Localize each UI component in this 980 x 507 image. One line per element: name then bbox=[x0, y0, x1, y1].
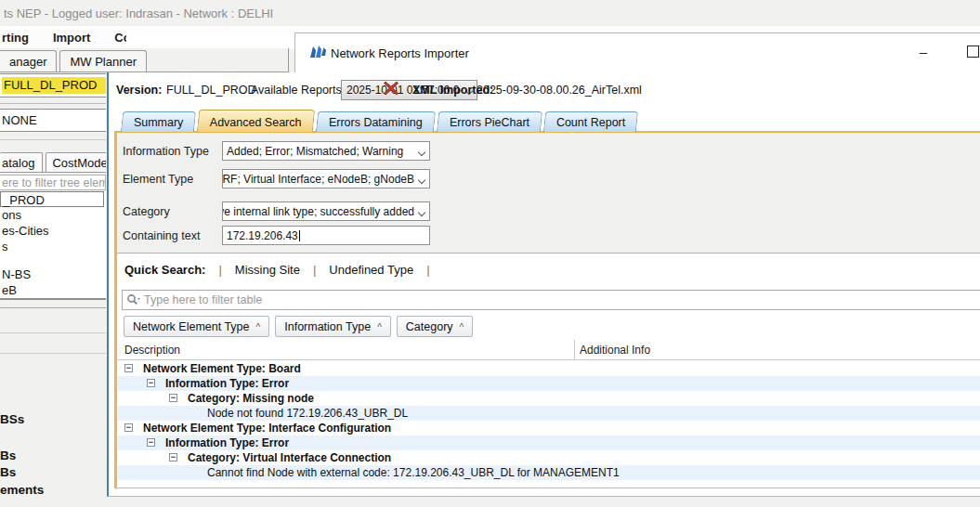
chip-label: Category bbox=[406, 320, 453, 333]
sort-asc-icon: ^ bbox=[256, 322, 261, 332]
table-row[interactable]: −Information Type: Error bbox=[117, 436, 980, 450]
tab-errors-datamining[interactable]: Errors Datamining bbox=[316, 111, 436, 132]
table-row[interactable]: −Category: Missing node bbox=[117, 391, 980, 406]
left-label-bs-1: Bs bbox=[0, 448, 16, 462]
advanced-search-panel: Information Type Added; Error; Mismatche… bbox=[114, 131, 980, 488]
menu-item-import[interactable]: Import bbox=[53, 31, 90, 45]
menu-overlap-cover bbox=[126, 32, 295, 49]
xml-imported-value: 2025-09-30-08.00.26_AirTel.xml bbox=[477, 84, 642, 97]
collapse-icon[interactable]: − bbox=[169, 394, 177, 402]
tab-summary[interactable]: Summary bbox=[121, 111, 197, 132]
column-divider[interactable] bbox=[574, 340, 575, 360]
information-type-label: Information Type bbox=[123, 145, 209, 158]
collapse-icon[interactable]: − bbox=[169, 453, 177, 462]
row-text: Category: Missing node bbox=[188, 391, 314, 406]
row-text: Information Type: Error bbox=[165, 376, 289, 391]
row-text: Network Element Type: Board bbox=[143, 361, 301, 376]
table-row[interactable]: Cannot find Node with external code: 172… bbox=[117, 465, 980, 480]
tree-item-s[interactable]: s bbox=[0, 239, 106, 254]
text-cursor bbox=[299, 230, 300, 241]
separator: | bbox=[313, 263, 316, 277]
version-value: FULL_DL_PROD bbox=[166, 84, 256, 97]
tab-label: Summary bbox=[134, 116, 183, 129]
divider bbox=[0, 332, 106, 333]
table-row[interactable]: Node not found 172.19.206.43_UBR_DL bbox=[117, 406, 980, 421]
tree-item-eb[interactable]: eB bbox=[0, 282, 106, 298]
tree-item-n-bs[interactable]: N-BS bbox=[0, 266, 106, 282]
delete-report-icon[interactable] bbox=[383, 80, 399, 97]
tab-count-report[interactable]: Count Report bbox=[543, 111, 639, 132]
menu-item-rting[interactable]: rting bbox=[2, 31, 29, 45]
group-chip-category[interactable]: Category^ bbox=[397, 316, 473, 337]
results-table: −Network Element Type: Board−Information… bbox=[117, 361, 980, 480]
row-text: Category: Virtual Interface Connection bbox=[188, 450, 391, 465]
status-bar-text: ts NEP - Logged user: Indrasan - Network… bbox=[4, 6, 273, 20]
left-panel-field-top[interactable]: FULL_DL_PROD bbox=[0, 73, 106, 98]
table-row[interactable]: −Category: Virtual Interface Connection bbox=[117, 450, 980, 465]
table-row[interactable]: −Network Element Type: Board bbox=[117, 361, 980, 376]
table-row[interactable]: −Network Element Type: Interface Configu… bbox=[117, 421, 980, 436]
tab-advanced-search[interactable]: Advanced Search bbox=[197, 110, 315, 132]
tab-label: Advanced Search bbox=[210, 116, 302, 129]
tree-item-prod[interactable]: _PROD bbox=[0, 191, 104, 207]
application-window: ts NEP - Logged user: Indrasan - Network… bbox=[0, 0, 980, 507]
left-tab-costmodel[interactable]: CostModel bbox=[46, 152, 106, 172]
app-tab-anager[interactable]: anager bbox=[0, 50, 57, 72]
tree-filter-input[interactable]: ere to filter tree elemen bbox=[0, 175, 106, 190]
search-icon bbox=[126, 293, 140, 306]
left-panel-field-second[interactable]: NONE bbox=[0, 109, 106, 132]
table-header: Description Additional Info bbox=[117, 340, 980, 360]
chevron-down-icon bbox=[418, 176, 425, 184]
divider bbox=[0, 353, 106, 354]
row-text: Information Type: Error bbox=[165, 436, 289, 450]
separator: | bbox=[218, 263, 221, 277]
column-additional-info[interactable]: Additional Info bbox=[580, 344, 650, 357]
table-filter-input[interactable]: Type here to filter table bbox=[122, 290, 980, 310]
collapse-icon[interactable]: − bbox=[124, 364, 133, 372]
group-chip-information-type[interactable]: Information Type^ bbox=[275, 316, 391, 337]
app-logo-icon bbox=[307, 45, 326, 59]
tab-label: Errors Datamining bbox=[329, 116, 423, 129]
tree-item-es-cities[interactable]: es-Cities bbox=[0, 223, 106, 239]
version-label: Version: bbox=[116, 84, 162, 97]
tab-label: Errors PieChart bbox=[450, 116, 529, 129]
filter-placeholder: Type here to filter table bbox=[144, 293, 262, 306]
left-tab-atalog[interactable]: atalog bbox=[0, 152, 43, 172]
quick-search-label: Quick Search: bbox=[124, 263, 205, 277]
information-type-dropdown[interactable]: Added; Error; Mismatched; Warning bbox=[222, 141, 430, 161]
tree-item-ons[interactable]: ons bbox=[0, 207, 106, 223]
app-tab-mw-planner[interactable]: MW Planner bbox=[59, 50, 147, 72]
results-area: Quick Search:|Missing Site|Undefined Typ… bbox=[117, 254, 980, 488]
quick-link-missing-site[interactable]: Missing Site bbox=[235, 263, 300, 277]
category-label: Category bbox=[123, 205, 170, 218]
table-row[interactable]: −Information Type: Error bbox=[117, 376, 980, 391]
quick-link-undefined-type[interactable]: Undefined Type bbox=[329, 263, 413, 277]
dialog-titlebar[interactable]: Network Reports Importer – bbox=[294, 32, 980, 72]
tab-label: Count Report bbox=[556, 116, 625, 129]
chip-label: Information Type bbox=[284, 320, 371, 333]
left-label-bss-0: BSs bbox=[0, 412, 24, 426]
category-dropdown[interactable]: have internal link type; successfully ad… bbox=[222, 202, 430, 221]
left-label-ements-3: ements bbox=[0, 483, 44, 497]
element-tree: _PRODonses-CitiessN-BSeB bbox=[0, 191, 106, 300]
version-row: Version: FULL_DL_PROD Available Reports … bbox=[109, 72, 980, 108]
tree-gap bbox=[0, 254, 106, 266]
minimize-button[interactable]: – bbox=[916, 45, 931, 59]
containing-text-input[interactable]: 172.19.206.43 bbox=[222, 226, 430, 245]
chevron-down-icon bbox=[418, 209, 425, 216]
collapse-icon[interactable]: − bbox=[147, 379, 155, 387]
collapse-icon[interactable]: − bbox=[124, 423, 133, 432]
chevron-down-icon bbox=[418, 149, 425, 156]
tab-errors-piechart[interactable]: Errors PieChart bbox=[437, 111, 542, 132]
chip-label: Network Element Type bbox=[133, 320, 250, 333]
maximize-button[interactable] bbox=[967, 46, 979, 58]
dialog-body: Version: FULL_DL_PROD Available Reports … bbox=[107, 72, 980, 497]
dialog-title: Network Reports Importer bbox=[331, 46, 469, 60]
group-chip-network-element-type[interactable]: Network Element Type^ bbox=[124, 316, 269, 337]
element-type-dropdown[interactable]: N; VRF; Virtual Interface; eNodeB; gNode… bbox=[222, 169, 430, 188]
collapse-icon[interactable]: − bbox=[147, 438, 155, 447]
element-type-label: Element Type bbox=[123, 173, 193, 186]
column-description[interactable]: Description bbox=[124, 344, 180, 357]
containing-text-label: Containing text bbox=[123, 229, 200, 242]
dialog-tab-strip: SummaryAdvanced SearchErrors DataminingE… bbox=[122, 110, 637, 132]
